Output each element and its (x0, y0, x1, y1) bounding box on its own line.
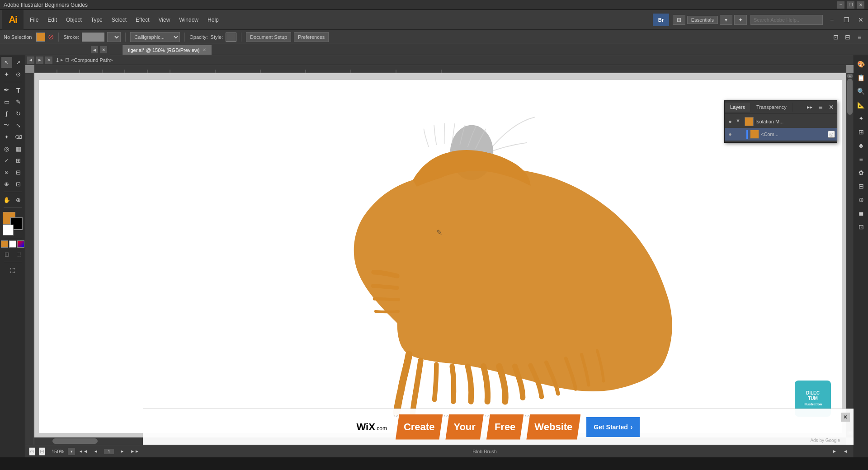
rect-tool[interactable]: ▭ (1, 96, 12, 107)
rp-star-btn[interactable]: ✦ (856, 113, 867, 124)
direct-select-tool[interactable]: ↗ (13, 57, 24, 68)
layer-eye-1[interactable]: ● (726, 118, 734, 125)
normal-mode-btn[interactable]: ◫ (1, 249, 12, 259)
search-input[interactable] (750, 15, 823, 25)
maximize-button[interactable]: ❐ (847, 1, 854, 9)
none-btn[interactable] (9, 240, 16, 248)
menu-select[interactable]: Select (107, 10, 131, 30)
menu-effect[interactable]: Effect (131, 10, 154, 30)
menu-object[interactable]: Object (61, 10, 86, 30)
eraser-tool[interactable]: ⌫ (13, 132, 24, 142)
style-swatch[interactable] (226, 33, 236, 42)
artboard-tool[interactable]: ⬚ (2, 264, 24, 275)
nav-back-btn[interactable]: ◄ (27, 56, 34, 64)
layers-close-btn[interactable]: ✕ (826, 102, 837, 113)
menu-btn[interactable]: ≡ (854, 32, 864, 42)
wix-your-btn[interactable]: Your (445, 414, 483, 440)
document-setup-button[interactable]: Document Setup (246, 32, 291, 42)
rp-color-btn[interactable]: 🎨 (856, 59, 867, 70)
rp-lines-btn[interactable]: ≣ (856, 208, 867, 219)
pencil-tool[interactable]: ✎ (13, 96, 24, 107)
transform-align-tool[interactable]: ⊕ (1, 179, 12, 189)
bridge-button[interactable]: Br (653, 14, 669, 26)
layer-row-1[interactable]: ● ▼ Isolation M... (725, 115, 837, 128)
align-icon[interactable]: ⊟ (843, 32, 853, 42)
zoom-dropdown-btn[interactable]: ▾ (68, 448, 75, 455)
graph-tool[interactable]: ⊟ (13, 167, 24, 178)
preferences-button[interactable]: Preferences (294, 32, 329, 42)
workspace-arrow-icon[interactable]: ▾ (720, 15, 732, 25)
stroke-weight-dropdown[interactable] (107, 32, 121, 42)
brush-dropdown[interactable]: Calligraphic... (130, 32, 180, 42)
window-maximize-icon[interactable]: ❐ (841, 14, 852, 25)
layers-menu-btn[interactable]: ≡ (815, 102, 826, 113)
timeline-btn[interactable]: ► (830, 447, 839, 456)
rp-flower-btn[interactable]: ✿ (856, 167, 867, 178)
panel-toggle-btn[interactable]: ◄ (91, 46, 98, 53)
type-tool[interactable]: T (13, 85, 24, 95)
arrange-icon[interactable]: ⊡ (831, 32, 841, 42)
window-minimize-icon[interactable]: − (826, 14, 837, 25)
wix-create-btn[interactable]: Create (396, 414, 443, 440)
zoom-tool[interactable]: ⊕ (13, 194, 24, 205)
wix-website-btn[interactable]: Website (526, 414, 580, 440)
chart-tool[interactable]: ▦ (13, 143, 24, 154)
rp-minus-btn[interactable]: ⊟ (856, 181, 867, 192)
fill-color-swatch[interactable] (36, 33, 45, 42)
menu-view[interactable]: View (154, 10, 175, 30)
rp-plus-btn[interactable]: ⊕ (856, 194, 867, 205)
transparency-tab[interactable]: Transparency (751, 103, 793, 112)
pen-tool[interactable]: ✒ (1, 85, 12, 95)
layer-expand-1[interactable]: ▼ (736, 118, 743, 125)
warp-tool[interactable]: 〜 (1, 120, 12, 131)
camera-tool[interactable]: ⊙ (1, 167, 12, 178)
status-icon-1[interactable]: ⊙ (29, 447, 35, 456)
menu-type[interactable]: Type (86, 10, 107, 30)
blend-tool[interactable]: ◎ (1, 143, 12, 154)
layer-eye-2[interactable]: ● (726, 131, 734, 138)
nav-step-back-btn[interactable]: ◄ (91, 447, 100, 456)
rp-box-btn[interactable]: ⊡ (856, 221, 867, 232)
window-close-icon[interactable]: ✕ (855, 14, 866, 25)
minimize-button[interactable]: − (837, 1, 844, 9)
wix-get-started-btn[interactable]: Get Started › (586, 417, 640, 437)
rp-clipboard-btn[interactable]: 📋 (856, 72, 867, 83)
preview-mode-btn[interactable]: ⬚ (13, 249, 24, 259)
canvas-area[interactable]: ◄ ► ✕ 1 ▸ ⊟ <Compound Path> (25, 55, 854, 457)
layers-expand-btn[interactable]: ▸▸ (804, 102, 815, 113)
stroke-icon[interactable]: ⊘ (48, 33, 54, 41)
layer-lock-2[interactable]: ◎ (828, 131, 835, 138)
close-button[interactable]: ✕ (857, 1, 864, 9)
scale-tool[interactable]: ⤡ (13, 120, 24, 131)
workspace-grid-icon[interactable]: ⊞ (673, 15, 685, 25)
lasso-tool[interactable]: ⊙ (13, 69, 24, 80)
layers-tab[interactable]: Layers (725, 103, 751, 112)
mesh-tool[interactable]: ⊞ (13, 155, 24, 166)
shaper-tool[interactable]: ✦ (1, 132, 12, 142)
menu-file[interactable]: File (25, 10, 43, 30)
color-btn[interactable] (1, 240, 8, 248)
nav-forward-btn[interactable]: ► (36, 56, 43, 64)
vertical-scrollbar[interactable]: ▲ ▼ (846, 73, 854, 437)
layer-row-2[interactable]: ● <Com... ◎ (725, 128, 837, 141)
rp-clover-btn[interactable]: ♣ (856, 140, 867, 151)
magic-wand-tool[interactable]: ✦ (1, 69, 12, 80)
menu-window[interactable]: Window (175, 10, 203, 30)
rp-search-btn[interactable]: 🔍 (856, 86, 867, 97)
workspace-dropdown[interactable]: Essentials (687, 16, 718, 24)
v-scroll-thumb[interactable] (847, 79, 853, 115)
wix-close-btn[interactable]: ✕ (841, 413, 850, 422)
rotate-tool[interactable]: ↻ (13, 108, 24, 119)
status-icon-2[interactable]: ⊟ (39, 447, 45, 456)
wix-free-btn[interactable]: Free (486, 414, 524, 440)
bg-swatch[interactable] (3, 225, 14, 235)
menu-help[interactable]: Help (203, 10, 223, 30)
collapse-btn[interactable]: ◄ (841, 447, 850, 456)
tab-close-btn[interactable]: ✕ (203, 47, 206, 52)
eyedropper-tool[interactable]: ✓ (1, 155, 12, 166)
hand-tool[interactable]: ✋ (1, 194, 12, 205)
zoom-level[interactable]: 150% (49, 449, 67, 454)
arrange-icon[interactable]: ✦ (734, 15, 747, 25)
document-tab[interactable]: tiger.ai* @ 150% (RGB/Preview) ✕ (122, 45, 212, 55)
nav-step-fwd-btn[interactable]: ► (118, 447, 127, 456)
